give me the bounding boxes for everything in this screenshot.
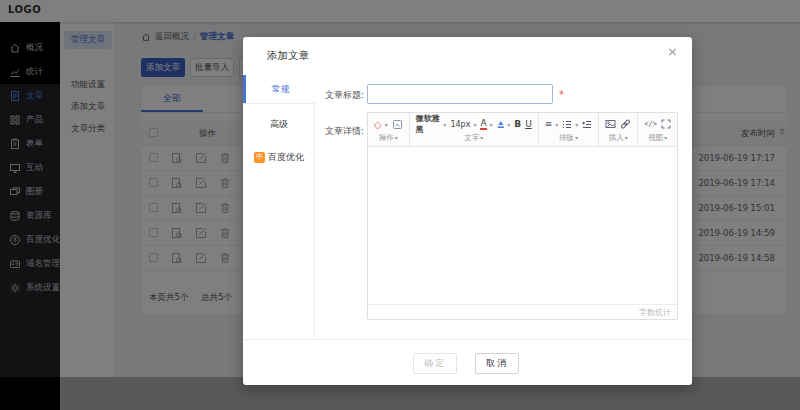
modal-footer: 确定 取消	[243, 339, 692, 385]
fullscreen-button[interactable]	[661, 119, 671, 129]
article-title-label: 文章标题:	[325, 89, 364, 102]
view-menu[interactable]: 视图▾	[642, 133, 673, 145]
insert-image-button[interactable]	[605, 119, 616, 129]
chevron-down-icon: ▾	[443, 121, 446, 128]
modal-tab-advanced[interactable]: 高级	[243, 110, 315, 138]
chevron-down-icon: ▾	[555, 121, 558, 128]
text-menu[interactable]: 文字▾	[414, 133, 534, 145]
editor-toolbar: ◇▾ 操作▾ 微软雅黑▾ 14px▾ A▾ ▾ B U 文字▾	[368, 113, 677, 147]
font-color-button[interactable]: A	[480, 119, 486, 130]
operate-menu[interactable]: 操作▾	[372, 133, 405, 145]
highlight-color-button[interactable]	[497, 119, 505, 130]
eraser-icon[interactable]: ◇	[374, 119, 382, 130]
chevron-down-icon: ▾	[490, 121, 493, 128]
editor-status-bar: 字数统计	[368, 304, 677, 319]
baidu-icon: 中	[254, 152, 265, 163]
source-code-button[interactable]: </>	[644, 120, 657, 128]
insert-menu[interactable]: 插入▾	[603, 133, 633, 145]
rich-text-editor: ◇▾ 操作▾ 微软雅黑▾ 14px▾ A▾ ▾ B U 文字▾	[367, 112, 678, 320]
article-title-input[interactable]	[367, 84, 553, 104]
required-mark: *	[559, 89, 564, 100]
template-doc-icon[interactable]	[392, 119, 403, 130]
modal-tab-general[interactable]: 常规	[243, 75, 315, 103]
indent-button[interactable]	[582, 120, 592, 129]
bold-button[interactable]: B	[514, 119, 521, 129]
toolbar-group-layout: ≡▾ ▾ 排版▾	[539, 113, 600, 146]
toolbar-group-text: 微软雅黑▾ 14px▾ A▾ ▾ B U 文字▾	[410, 113, 539, 146]
article-detail-label: 文章详情:	[325, 125, 364, 138]
cancel-button[interactable]: 取消	[475, 353, 519, 374]
modal-tab-label: 百度优化	[268, 151, 304, 164]
confirm-button[interactable]: 确定	[413, 353, 457, 374]
chevron-down-icon: ▾	[473, 121, 476, 128]
app-window: LOGO 概况 统计 文章 产品 表单 互动 图册	[0, 0, 800, 410]
word-count-label: 字数统计	[639, 308, 671, 317]
underline-button[interactable]: U	[525, 119, 532, 129]
modal-tab-column: 高级 中 百度优化	[243, 103, 315, 339]
align-button[interactable]: ≡	[545, 119, 553, 129]
font-family-select[interactable]: 微软雅黑	[416, 113, 441, 135]
toolbar-group-insert: 插入▾	[599, 113, 638, 146]
modal-title: 添加文章	[267, 49, 309, 63]
toolbar-group-operate: ◇▾ 操作▾	[368, 113, 410, 146]
font-size-select[interactable]: 14px	[450, 120, 470, 129]
chevron-down-icon: ▾	[575, 121, 578, 128]
modal-tab-baidu-seo[interactable]: 中 百度优化	[243, 143, 315, 171]
list-button[interactable]	[562, 120, 572, 129]
layout-menu[interactable]: 排版▾	[543, 133, 595, 145]
editor-content-area[interactable]	[368, 147, 677, 304]
insert-link-button[interactable]	[620, 119, 631, 129]
add-article-modal: 添加文章 × 常规 高级 中 百度优化 文章标题: * 文章详情: ◇▾ 操作▾	[243, 37, 692, 385]
chevron-down-icon: ▾	[507, 121, 510, 128]
close-icon[interactable]: ×	[667, 45, 678, 58]
toolbar-group-view: </> 视图▾	[638, 113, 677, 146]
chevron-down-icon: ▾	[385, 121, 388, 128]
